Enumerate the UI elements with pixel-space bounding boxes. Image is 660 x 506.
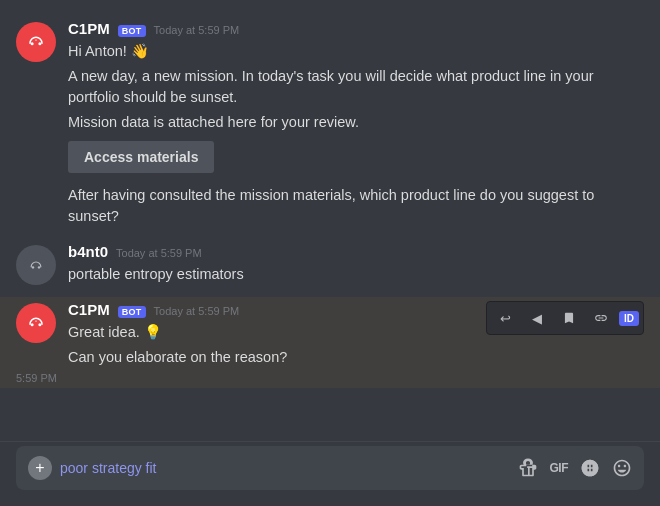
inline-timestamp: 5:59 PM (16, 372, 57, 384)
bookmark-icon[interactable] (555, 304, 583, 332)
message-line: Can you elaborate on the reason? (68, 347, 644, 368)
timestamp: Today at 5:59 PM (154, 24, 240, 36)
message-group-highlighted: C1PM BOT Today at 5:59 PM Great idea. 💡 … (0, 297, 660, 388)
add-attachment-button[interactable]: + (28, 456, 52, 480)
messages-area: C1PM BOT Today at 5:59 PM Hi Anton! 👋 A … (0, 0, 660, 437)
input-box: + poor strategy fit GIF (16, 446, 644, 490)
input-area: + poor strategy fit GIF (0, 446, 660, 506)
message-text: Hi Anton! 👋 A new day, a new mission. In… (68, 41, 644, 227)
message-line: Hi Anton! 👋 (68, 41, 644, 62)
bot-badge: BOT (118, 25, 146, 37)
svg-point-0 (24, 30, 48, 54)
message-line: A new day, a new mission. In today's tas… (68, 66, 644, 108)
svg-point-1 (31, 42, 34, 45)
message-actions: ↩ ◀ ID (486, 301, 644, 335)
message-group: b4nt0 Today at 5:59 PM portable entropy … (0, 239, 660, 289)
timestamp: Today at 5:59 PM (154, 305, 240, 317)
reply-icon[interactable]: ↩ (491, 304, 519, 332)
gift-icon[interactable] (518, 458, 538, 478)
emoji-icon[interactable] (612, 458, 632, 478)
username: b4nt0 (68, 243, 108, 260)
message-content: C1PM BOT Today at 5:59 PM Hi Anton! 👋 A … (68, 20, 644, 227)
message-header: b4nt0 Today at 5:59 PM (68, 243, 644, 260)
svg-point-5 (32, 266, 34, 268)
message-content: b4nt0 Today at 5:59 PM portable entropy … (68, 243, 644, 285)
username: C1PM (68, 20, 110, 37)
timestamp: Today at 5:59 PM (116, 247, 202, 259)
avatar (16, 22, 56, 62)
bot-badge: BOT (118, 306, 146, 318)
svg-point-10 (35, 320, 37, 322)
svg-point-8 (31, 323, 34, 326)
svg-point-2 (38, 42, 41, 45)
id-button[interactable]: ID (619, 311, 639, 326)
message-line: portable entropy estimators (68, 264, 644, 285)
gif-button[interactable]: GIF (550, 461, 569, 475)
avatar (16, 303, 56, 343)
svg-point-6 (38, 266, 40, 268)
message-input[interactable]: poor strategy fit (60, 460, 510, 476)
link-icon[interactable] (587, 304, 615, 332)
svg-point-3 (35, 39, 37, 41)
message-group: C1PM BOT Today at 5:59 PM Hi Anton! 👋 A … (0, 16, 660, 231)
message-line: After having consulted the mission mater… (68, 185, 644, 227)
access-materials-button[interactable]: Access materials (68, 141, 214, 173)
avatar (16, 245, 56, 285)
message-text: portable entropy estimators (68, 264, 644, 285)
svg-point-7 (24, 311, 48, 335)
svg-point-9 (38, 323, 41, 326)
divider (0, 441, 660, 442)
input-icons: GIF (518, 458, 633, 478)
sticker-icon[interactable] (580, 458, 600, 478)
message-header: C1PM BOT Today at 5:59 PM (68, 20, 644, 37)
svg-point-4 (24, 253, 48, 277)
message-line: Mission data is attached here for your r… (68, 112, 644, 133)
username: C1PM (68, 301, 110, 318)
thread-icon[interactable]: ◀ (523, 304, 551, 332)
